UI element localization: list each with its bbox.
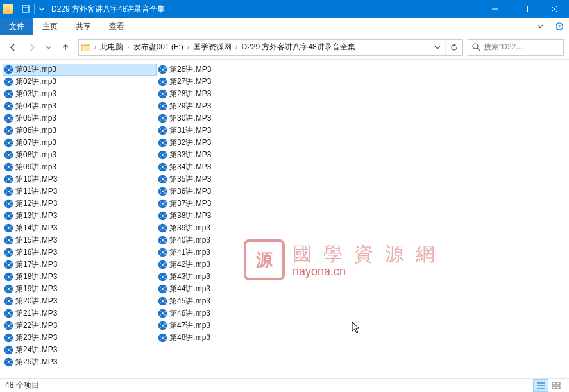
crumb[interactable]: 国学资源网	[191, 42, 234, 53]
svg-point-17	[10, 71, 12, 72]
file-tab[interactable]: 文件	[0, 18, 33, 35]
svg-point-257	[164, 253, 166, 255]
forward-button[interactable]	[24, 40, 40, 55]
file-item[interactable]: 第39讲.mp3	[157, 222, 310, 234]
file-item[interactable]: 第07讲.mp3	[3, 137, 157, 149]
qat-dropdown-icon[interactable]	[38, 4, 45, 13]
svg-point-263	[164, 266, 166, 267]
file-item[interactable]: 第20讲.MP3	[3, 295, 157, 307]
details-view-icon[interactable]	[533, 379, 548, 392]
back-button[interactable]	[5, 40, 21, 55]
file-item[interactable]: 第30讲.MP3	[157, 112, 310, 124]
file-item[interactable]: 第47讲.mp3	[157, 320, 310, 332]
file-item[interactable]: 第11讲.MP3	[3, 185, 157, 198]
svg-point-56	[6, 153, 7, 154]
file-item[interactable]: 第41讲.mp3	[157, 246, 310, 259]
chevron-right-icon[interactable]: ›	[234, 44, 239, 51]
file-item[interactable]: 第17讲.MP3	[3, 259, 157, 271]
file-item[interactable]: 第16讲.MP3	[3, 246, 157, 259]
svg-point-265	[162, 276, 164, 278]
chevron-right-icon[interactable]: ›	[186, 44, 191, 51]
file-item[interactable]: 第44讲.mp3	[157, 283, 310, 295]
file-item[interactable]: 第33讲.MP3	[157, 149, 310, 161]
svg-point-248	[160, 238, 161, 239]
file-item[interactable]: 第46讲.mp3	[157, 307, 310, 320]
file-item[interactable]: 第48讲.mp3	[157, 332, 310, 344]
file-item[interactable]: 第03讲.mp3	[3, 88, 157, 100]
file-item[interactable]: 第37讲.MP3	[157, 198, 310, 210]
file-pane[interactable]: 第01讲.mp3第02讲.mp3第03讲.mp3第04讲.mp3第05讲.mp3…	[0, 60, 569, 378]
file-item[interactable]: 第10讲.MP3	[3, 173, 157, 185]
crumb[interactable]: 此电脑	[98, 42, 126, 53]
file-item[interactable]: 第26讲.MP3	[157, 64, 310, 76]
file-item[interactable]: 第32讲.MP3	[157, 137, 310, 149]
minimize-button[interactable]	[480, 0, 510, 18]
address-bar[interactable]: › 此电脑 › 发布盘001 (F:) › 国学资源网 › D229 方外客讲八…	[78, 39, 463, 56]
file-item[interactable]: 第22讲.MP3	[3, 320, 157, 332]
file-item[interactable]: 第15讲.MP3	[3, 234, 157, 246]
tab-home[interactable]: 主页	[33, 18, 67, 35]
crumb[interactable]: D229 方外客讲八字48讲录音全集	[239, 42, 357, 53]
file-item[interactable]: 第40讲.mp3	[157, 234, 310, 246]
file-item[interactable]: 第13讲.MP3	[3, 210, 157, 222]
file-item[interactable]: 第21讲.MP3	[3, 307, 157, 320]
file-name: 第28讲.MP3	[169, 89, 211, 99]
chevron-right-icon[interactable]: ›	[93, 44, 98, 51]
svg-point-117	[10, 275, 12, 276]
svg-point-191	[164, 119, 166, 121]
file-item[interactable]: 第06讲.mp3	[3, 124, 157, 137]
file-item[interactable]: 第24讲.MP3	[3, 344, 157, 356]
file-item[interactable]: 第12讲.MP3	[3, 198, 157, 210]
close-button[interactable]	[539, 0, 569, 18]
help-icon[interactable]: ?	[550, 18, 569, 35]
ribbon-expand-icon[interactable]	[531, 18, 550, 35]
file-item[interactable]: 第28讲.MP3	[157, 88, 310, 100]
svg-point-253	[162, 251, 164, 253]
file-item[interactable]: 第43讲.mp3	[157, 271, 310, 283]
svg-point-281	[164, 302, 166, 303]
maximize-button[interactable]	[510, 0, 539, 18]
file-item[interactable]: 第25讲.MP3	[3, 356, 157, 368]
file-item[interactable]: 第45讲.mp3	[157, 295, 310, 307]
svg-point-220	[160, 180, 161, 182]
thumbnails-view-icon[interactable]	[548, 379, 564, 392]
svg-point-283	[162, 312, 164, 314]
history-dropdown-icon[interactable]	[44, 40, 54, 55]
properties-icon[interactable]	[21, 4, 30, 13]
file-item[interactable]: 第27讲.MP3	[157, 76, 310, 88]
tab-share[interactable]: 共享	[67, 18, 100, 35]
file-item[interactable]: 第14讲.MP3	[3, 222, 157, 234]
up-button[interactable]	[58, 40, 73, 55]
refresh-icon[interactable]	[445, 40, 462, 55]
address-dropdown-icon[interactable]	[429, 40, 445, 55]
svg-point-49	[8, 142, 10, 144]
file-item[interactable]: 第35讲.MP3	[157, 173, 310, 185]
file-item[interactable]: 第04讲.mp3	[3, 100, 157, 112]
svg-point-111	[10, 262, 12, 264]
crumb[interactable]: 发布盘001 (F:)	[131, 42, 186, 53]
svg-point-37	[8, 117, 10, 119]
svg-line-11	[477, 48, 480, 51]
file-item[interactable]: 第09讲.mp3	[3, 161, 157, 173]
chevron-right-icon[interactable]: ›	[126, 44, 130, 51]
file-name: 第05讲.mp3	[15, 113, 56, 124]
svg-point-173	[164, 83, 166, 84]
file-item[interactable]: 第08讲.mp3	[3, 149, 157, 161]
file-item[interactable]: 第29讲.MP3	[157, 100, 310, 112]
file-item[interactable]: 第42讲.mp3	[157, 259, 310, 271]
file-item[interactable]: 第34讲.MP3	[157, 161, 310, 173]
file-item[interactable]: 第05讲.mp3	[3, 112, 157, 124]
file-item[interactable]: 第38讲.MP3	[157, 210, 310, 222]
file-item[interactable]: 第02讲.mp3	[3, 76, 157, 88]
file-item[interactable]: 第19讲.MP3	[3, 283, 157, 295]
svg-point-135	[10, 311, 12, 312]
file-item[interactable]: 第18讲.MP3	[3, 271, 157, 283]
tab-view[interactable]: 查看	[100, 18, 133, 35]
file-item[interactable]: 第31讲.MP3	[157, 124, 310, 137]
file-item[interactable]: 第01讲.mp3	[3, 64, 157, 76]
file-item[interactable]: 第23讲.MP3	[3, 332, 157, 344]
svg-point-274	[160, 290, 161, 291]
search-input[interactable]: 搜索"D22...	[468, 39, 564, 56]
svg-point-227	[164, 192, 166, 194]
file-item[interactable]: 第36讲.MP3	[157, 185, 310, 198]
